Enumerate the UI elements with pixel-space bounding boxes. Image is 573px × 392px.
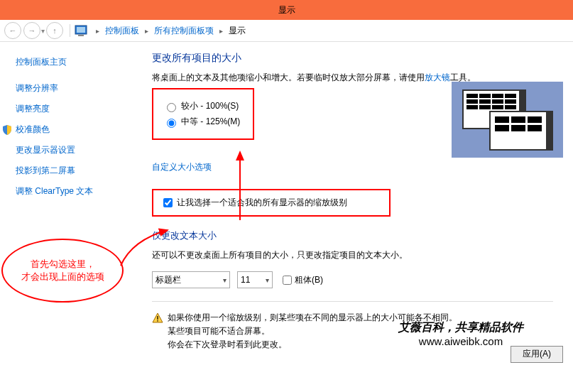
window-titlebar: 显示 <box>0 0 573 20</box>
choose-scale-label: 让我选择一个适合我的所有显示器的缩放级别 <box>177 197 347 209</box>
sidebar-item-calibrate[interactable]: 校准颜色 <box>1 119 152 140</box>
preview-image <box>452 82 563 158</box>
sidebar-item-project[interactable]: 投影到第二屏幕 <box>16 160 152 181</box>
svg-rect-2 <box>78 35 84 36</box>
radio-medium[interactable]: 中等 - 125%(M) <box>163 116 240 128</box>
checkbox-box: 让我选择一个适合我的所有显示器的缩放级别 <box>152 189 391 217</box>
annotation-callout: 首先勾选这里， 才会出现上面的选项 <box>1 239 124 303</box>
choose-scale-checkbox[interactable] <box>163 198 173 207</box>
svg-rect-3 <box>157 316 158 320</box>
svg-rect-1 <box>77 27 85 33</box>
magnifier-link[interactable]: 放大镜 <box>425 72 450 82</box>
warning-icon <box>152 312 163 324</box>
item-dropdown[interactable]: 标题栏 <box>152 271 230 288</box>
sidebar-item-brightness[interactable]: 调整亮度 <box>16 99 152 119</box>
bold-label: 粗体(B) <box>295 274 323 286</box>
chevron-right-icon[interactable]: ▸ <box>92 27 104 35</box>
breadcrumb-display: 显示 <box>227 25 247 37</box>
desc-text-only: 还可以不更改桌面上所有项目的大小，只更改指定项目的文本大小。 <box>152 249 553 261</box>
svg-rect-4 <box>157 320 158 322</box>
callout-line-1: 首先勾选这里， <box>31 258 95 271</box>
forward-button[interactable]: → <box>23 22 40 39</box>
sidebar-item-resolution[interactable]: 调整分辨率 <box>16 78 152 99</box>
custom-size-link[interactable]: 自定义大小选项 <box>152 162 212 172</box>
breadcrumb-all-items[interactable]: 所有控制面板项 <box>153 25 215 37</box>
sidebar-home-link[interactable]: 控制面板主页 <box>16 52 152 72</box>
apply-button[interactable]: 应用(A) <box>511 346 563 363</box>
radio-smaller-label: 较小 - 100%(S) <box>181 100 239 112</box>
back-button[interactable]: ← <box>4 22 21 39</box>
watermark: 艾薇百科，共享精品软件 www.aiweibk.com <box>398 320 523 347</box>
up-button[interactable]: ↑ <box>46 22 63 39</box>
control-panel-icon <box>75 24 87 37</box>
callout-line-2: 才会出现上面的选项 <box>21 271 104 283</box>
chevron-right-icon[interactable]: ▸ <box>141 27 153 35</box>
separator <box>70 24 70 37</box>
chevron-right-icon[interactable]: ▸ <box>215 27 227 35</box>
nav-toolbar: ← → ▾ ↑ ▸ 控制面板 ▸ 所有控制面板项 ▸ 显示 <box>0 20 573 42</box>
main-panel: 更改所有项目的大小 将桌面上的文本及其他项缩小和增大。若要临时仅放大部分屏幕，请… <box>152 42 573 392</box>
radio-smaller[interactable]: 较小 - 100%(S) <box>163 100 240 112</box>
watermark-line-1: 艾薇百科，共享精品软件 <box>398 320 523 335</box>
radio-smaller-input[interactable] <box>167 103 176 112</box>
sidebar-item-label: 校准颜色 <box>16 124 50 136</box>
choose-scale-checkbox-row[interactable]: 让我选择一个适合我的所有显示器的缩放级别 <box>160 196 382 209</box>
sidebar-item-display-settings[interactable]: 更改显示器设置 <box>16 140 152 160</box>
watermark-line-2: www.aiweibk.com <box>398 335 523 347</box>
size-dropdown[interactable]: 11 <box>237 271 273 288</box>
bold-checkbox-row[interactable]: 粗体(B) <box>280 273 323 287</box>
sidebar-item-cleartype[interactable]: 调整 ClearType 文本 <box>16 181 152 202</box>
sidebar: 控制面板主页 调整分辨率 调整亮度 校准颜色 更改显示器设置 投影到第二屏幕 调… <box>0 42 152 392</box>
breadcrumb-control-panel[interactable]: 控制面板 <box>104 25 141 37</box>
radio-medium-input[interactable] <box>167 119 176 128</box>
scale-options-box: 较小 - 100%(S) 中等 - 125%(M) <box>152 88 254 140</box>
bold-checkbox[interactable] <box>283 276 292 285</box>
radio-medium-label: 中等 - 125%(M) <box>181 116 240 128</box>
heading-text-only: 仅更改文本大小 <box>152 229 553 242</box>
recent-dropdown-icon[interactable]: ▾ <box>41 27 45 35</box>
shield-icon <box>1 124 13 136</box>
heading-resize-all: 更改所有项目的大小 <box>152 52 553 65</box>
